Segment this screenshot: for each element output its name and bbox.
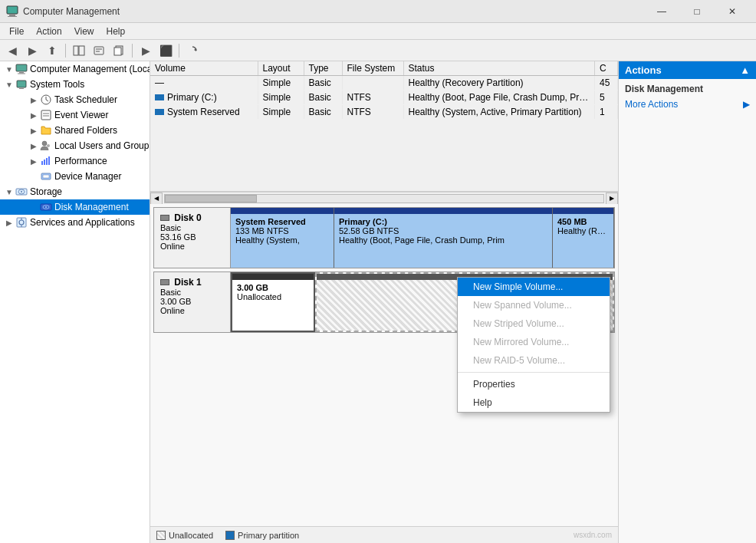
cell-type: Basic [304,76,342,90]
ctx-new-spanned[interactable]: New Spanned Volume... [458,296,610,314]
expand-shared-folders: ▶ [28,124,40,137]
disk-1-part-unalloc[interactable]: 3.00 GB Unallocated [231,272,315,332]
sidebar-root[interactable]: ▼ Computer Management (Local [0,61,150,77]
menu-action[interactable]: Action [30,25,67,38]
device-manager-label: Device Manager [54,171,121,182]
cell-layout: Simple [258,76,304,90]
toolbar-properties[interactable] [90,42,108,59]
local-users-icon [40,140,52,152]
part-size-primary: 52.58 GB NTFS [339,226,547,235]
part-header-unalloc [232,274,314,280]
sidebar-item-local-users[interactable]: ▶ Local Users and Groups [0,138,150,153]
actions-section-label: Disk Management [625,84,703,94]
ctx-new-simple[interactable]: New Simple Volume... [458,278,610,296]
scroll-thumb[interactable] [165,195,257,202]
disk-0-part-system[interactable]: System Reserved 133 MB NTFS Healthy (Sys… [231,208,334,268]
computer-icon [15,63,28,75]
part-header-recovery [553,208,613,214]
svg-point-32 [21,191,22,193]
ctx-new-striped[interactable]: New Striped Volume... [458,314,610,333]
disk-0-part-recovery[interactable]: 450 MB Healthy (Recovery Part [553,208,614,268]
cell-status: Healthy (Recovery Partition) [403,76,595,90]
disk-1-status: Online [160,306,224,315]
right-panel: Volume Layout Type File System Status C … [150,61,618,543]
svg-rect-24 [41,161,43,165]
svg-rect-11 [16,64,27,71]
close-button[interactable]: ✕ [715,0,750,23]
actions-disk-management: Disk Management [619,79,756,96]
sidebar-item-services[interactable]: ▶ Services and Applications [0,215,150,230]
svg-point-22 [42,141,47,146]
actions-collapse-icon[interactable]: ▲ [740,64,750,76]
toolbar-up[interactable]: ⬆ [43,42,61,59]
expand-root: ▼ [3,63,15,75]
horizontal-scrollbar[interactable]: ◀ ▶ [150,192,618,204]
storage-label: Storage [30,186,62,197]
sidebar-item-disk-management[interactable]: ▶ Disk Management [0,199,150,215]
event-viewer-label: Event Viewer [54,110,108,120]
disk-0-type: Basic [160,223,224,232]
table-row[interactable]: Primary (C:) Simple Basic NTFS Healthy (… [150,90,618,105]
svg-rect-13 [18,74,25,74]
toolbar-back[interactable]: ◀ [3,42,21,59]
sidebar-item-storage[interactable]: ▼ Storage [0,184,150,199]
col-layout[interactable]: Layout [258,61,304,76]
sidebar-item-device-manager[interactable]: ▶ Device Manager [0,169,150,184]
part-name-primary: Primary (C:) [339,217,547,226]
col-filesystem[interactable]: File System [342,61,403,76]
col-status[interactable]: Status [403,61,595,76]
toolbar-stop[interactable]: ⬛ [156,42,175,59]
sidebar-item-shared-folders[interactable]: ▶ Shared Folders [0,123,150,138]
svg-point-23 [47,144,50,147]
col-c[interactable]: C [595,61,618,76]
part-unalloc-size: 3.00 GB [237,283,309,292]
volume-area: Volume Layout Type File System Status C … [150,61,618,192]
toolbar-refresh[interactable] [183,42,202,59]
toolbar-copy[interactable] [110,42,128,59]
sidebar-item-task-scheduler[interactable]: ▶ Task Scheduler [0,92,150,107]
cell-fs [342,76,403,90]
sidebar-item-system-tools[interactable]: ▼ System Tools [0,77,150,92]
scroll-right-btn[interactable]: ▶ [606,193,618,205]
part-body-unalloc: 3.00 GB Unallocated [232,280,314,331]
sidebar-item-event-viewer[interactable]: ▶ Event Viewer [0,107,150,123]
table-row[interactable]: — Simple Basic Healthy (Recovery Partiti… [150,76,618,90]
event-viewer-icon [40,109,52,121]
sidebar-item-label: System Tools [30,79,84,90]
part-size-system: 133 MB NTFS [235,226,329,235]
toolbar-run[interactable]: ▶ [136,42,155,59]
expand-storage: ▼ [3,186,15,198]
col-type[interactable]: Type [304,61,342,76]
svg-rect-5 [94,47,104,54]
col-volume[interactable]: Volume [150,61,258,76]
menu-file[interactable]: File [3,25,30,38]
title-bar: Computer Management — □ ✕ [0,0,756,23]
toolbar-show-hide[interactable] [70,42,88,59]
app-icon [6,5,18,18]
toolbar-forward[interactable]: ▶ [23,42,41,59]
legend-primary-label: Primary partition [238,531,299,540]
menu-help[interactable]: Help [100,25,132,38]
ctx-new-raid5[interactable]: New RAID-5 Volume... [458,351,610,370]
part-header-primary [334,208,552,214]
svg-rect-29 [43,175,49,178]
part-body-system: System Reserved 133 MB NTFS Healthy (Sys… [231,214,334,268]
menu-view[interactable]: View [68,25,100,38]
toolbar-sep3 [179,44,179,58]
cell-volume: System Reserved [150,105,258,120]
ctx-new-mirrored[interactable]: New Mirrored Volume... [458,333,610,351]
table-row[interactable]: System Reserved Simple Basic NTFS Health… [150,105,618,120]
sidebar-item-performance[interactable]: ▶ Performance [0,153,150,169]
disk-0-part-primary[interactable]: Primary (C:) 52.58 GB NTFS Healthy (Boot… [334,208,553,268]
scroll-left-btn[interactable]: ◀ [150,193,163,205]
maximize-button[interactable]: □ [679,0,715,23]
cell-fs: NTFS [342,90,403,105]
expand-services: ▶ [3,216,15,229]
ctx-help[interactable]: Help [458,393,610,412]
minimize-button[interactable]: — [644,0,679,23]
actions-more[interactable]: More Actions ▶ [619,96,756,113]
scroll-track[interactable] [164,194,604,203]
ctx-properties[interactable]: Properties [458,375,610,393]
disk-0-info: Disk 0 Basic 53.16 GB Online [154,208,231,268]
cell-layout: Simple [258,90,304,105]
